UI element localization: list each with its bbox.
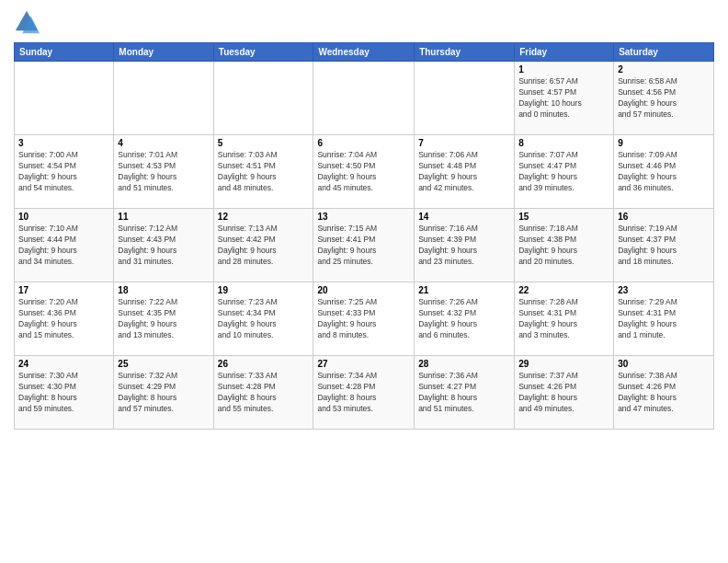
day-info: Sunrise: 7:15 AM Sunset: 4:41 PM Dayligh… [317, 224, 410, 268]
day-number: 16 [618, 212, 710, 222]
calendar: SundayMondayTuesdayWednesdayThursdayFrid… [14, 42, 714, 430]
week-row-5: 24Sunrise: 7:30 AM Sunset: 4:30 PM Dayli… [15, 356, 714, 430]
day-info: Sunrise: 7:06 AM Sunset: 4:48 PM Dayligh… [418, 150, 510, 194]
day-info: Sunrise: 7:20 AM Sunset: 4:36 PM Dayligh… [18, 297, 109, 341]
day-cell: 24Sunrise: 7:30 AM Sunset: 4:30 PM Dayli… [15, 356, 114, 430]
day-info: Sunrise: 7:16 AM Sunset: 4:39 PM Dayligh… [418, 224, 510, 268]
day-number: 30 [618, 359, 710, 369]
day-number: 25 [118, 359, 209, 369]
weekday-header-monday: Monday [114, 43, 213, 62]
day-number: 13 [317, 212, 410, 222]
page: SundayMondayTuesdayWednesdayThursdayFrid… [0, 0, 728, 563]
day-number: 10 [18, 212, 109, 222]
day-number: 2 [618, 64, 710, 75]
weekday-header-sunday: Sunday [15, 43, 114, 62]
day-number: 11 [118, 212, 209, 222]
logo [14, 9, 43, 35]
day-cell [415, 62, 515, 135]
day-info: Sunrise: 7:25 AM Sunset: 4:33 PM Dayligh… [317, 297, 410, 341]
day-cell: 21Sunrise: 7:26 AM Sunset: 4:32 PM Dayli… [415, 282, 515, 356]
day-info: Sunrise: 7:12 AM Sunset: 4:43 PM Dayligh… [118, 224, 209, 268]
day-cell: 9Sunrise: 7:09 AM Sunset: 4:46 PM Daylig… [614, 135, 714, 209]
day-number: 6 [317, 138, 410, 148]
day-number: 19 [218, 285, 310, 295]
day-cell: 14Sunrise: 7:16 AM Sunset: 4:39 PM Dayli… [415, 209, 515, 282]
day-info: Sunrise: 7:04 AM Sunset: 4:50 PM Dayligh… [317, 150, 410, 194]
week-row-4: 17Sunrise: 7:20 AM Sunset: 4:36 PM Dayli… [15, 282, 714, 356]
day-number: 12 [218, 212, 310, 222]
day-cell [114, 62, 213, 135]
day-cell: 28Sunrise: 7:36 AM Sunset: 4:27 PM Dayli… [415, 356, 515, 430]
day-info: Sunrise: 7:22 AM Sunset: 4:35 PM Dayligh… [118, 297, 209, 341]
day-cell: 7Sunrise: 7:06 AM Sunset: 4:48 PM Daylig… [415, 135, 515, 209]
day-number: 18 [118, 285, 209, 295]
day-cell: 3Sunrise: 7:00 AM Sunset: 4:54 PM Daylig… [15, 135, 114, 209]
day-info: Sunrise: 7:33 AM Sunset: 4:28 PM Dayligh… [218, 371, 310, 415]
weekday-header-thursday: Thursday [415, 43, 515, 62]
week-row-3: 10Sunrise: 7:10 AM Sunset: 4:44 PM Dayli… [15, 209, 714, 282]
day-cell: 30Sunrise: 7:38 AM Sunset: 4:26 PM Dayli… [614, 356, 714, 430]
day-cell: 29Sunrise: 7:37 AM Sunset: 4:26 PM Dayli… [515, 356, 614, 430]
day-info: Sunrise: 7:32 AM Sunset: 4:29 PM Dayligh… [118, 371, 209, 415]
day-number: 1 [518, 64, 609, 75]
day-cell: 15Sunrise: 7:18 AM Sunset: 4:38 PM Dayli… [515, 209, 614, 282]
day-cell: 16Sunrise: 7:19 AM Sunset: 4:37 PM Dayli… [614, 209, 714, 282]
day-cell: 23Sunrise: 7:29 AM Sunset: 4:31 PM Dayli… [614, 282, 714, 356]
day-info: Sunrise: 7:29 AM Sunset: 4:31 PM Dayligh… [618, 297, 710, 341]
day-number: 17 [18, 285, 109, 295]
logo-icon [14, 9, 40, 35]
day-info: Sunrise: 6:57 AM Sunset: 4:57 PM Dayligh… [518, 76, 609, 121]
day-number: 29 [518, 359, 609, 369]
day-number: 22 [518, 285, 609, 295]
day-info: Sunrise: 7:37 AM Sunset: 4:26 PM Dayligh… [518, 371, 609, 415]
day-info: Sunrise: 7:36 AM Sunset: 4:27 PM Dayligh… [418, 371, 510, 415]
day-number: 15 [518, 212, 609, 222]
day-number: 23 [618, 285, 710, 295]
day-number: 5 [218, 138, 310, 148]
day-cell: 5Sunrise: 7:03 AM Sunset: 4:51 PM Daylig… [213, 135, 313, 209]
week-row-2: 3Sunrise: 7:00 AM Sunset: 4:54 PM Daylig… [15, 135, 714, 209]
day-number: 26 [218, 359, 310, 369]
week-row-1: 1Sunrise: 6:57 AM Sunset: 4:57 PM Daylig… [15, 62, 714, 135]
day-number: 20 [317, 285, 410, 295]
day-cell: 22Sunrise: 7:28 AM Sunset: 4:31 PM Dayli… [515, 282, 614, 356]
day-cell: 6Sunrise: 7:04 AM Sunset: 4:50 PM Daylig… [313, 135, 415, 209]
day-info: Sunrise: 7:30 AM Sunset: 4:30 PM Dayligh… [18, 371, 109, 415]
day-info: Sunrise: 7:26 AM Sunset: 4:32 PM Dayligh… [418, 297, 510, 341]
day-cell: 19Sunrise: 7:23 AM Sunset: 4:34 PM Dayli… [213, 282, 313, 356]
day-info: Sunrise: 7:00 AM Sunset: 4:54 PM Dayligh… [18, 150, 109, 194]
day-cell: 4Sunrise: 7:01 AM Sunset: 4:53 PM Daylig… [114, 135, 213, 209]
day-info: Sunrise: 7:01 AM Sunset: 4:53 PM Dayligh… [118, 150, 209, 194]
day-info: Sunrise: 7:10 AM Sunset: 4:44 PM Dayligh… [18, 224, 109, 268]
day-number: 9 [618, 138, 710, 148]
day-number: 7 [418, 138, 510, 148]
day-info: Sunrise: 7:19 AM Sunset: 4:37 PM Dayligh… [618, 224, 710, 268]
day-cell [313, 62, 415, 135]
day-number: 3 [18, 138, 109, 148]
weekday-header-tuesday: Tuesday [213, 43, 313, 62]
day-cell: 17Sunrise: 7:20 AM Sunset: 4:36 PM Dayli… [15, 282, 114, 356]
day-cell: 18Sunrise: 7:22 AM Sunset: 4:35 PM Dayli… [114, 282, 213, 356]
day-info: Sunrise: 7:18 AM Sunset: 4:38 PM Dayligh… [518, 224, 609, 268]
day-info: Sunrise: 7:38 AM Sunset: 4:26 PM Dayligh… [618, 371, 710, 415]
day-info: Sunrise: 7:03 AM Sunset: 4:51 PM Dayligh… [218, 150, 310, 194]
day-number: 14 [418, 212, 510, 222]
day-cell: 10Sunrise: 7:10 AM Sunset: 4:44 PM Dayli… [15, 209, 114, 282]
day-info: Sunrise: 7:09 AM Sunset: 4:46 PM Dayligh… [618, 150, 710, 194]
weekday-header-saturday: Saturday [614, 43, 714, 62]
day-info: Sunrise: 7:13 AM Sunset: 4:42 PM Dayligh… [218, 224, 310, 268]
day-cell: 2Sunrise: 6:58 AM Sunset: 4:56 PM Daylig… [614, 62, 714, 135]
day-cell [15, 62, 114, 135]
day-cell: 27Sunrise: 7:34 AM Sunset: 4:28 PM Dayli… [313, 356, 415, 430]
day-cell: 13Sunrise: 7:15 AM Sunset: 4:41 PM Dayli… [313, 209, 415, 282]
day-cell: 8Sunrise: 7:07 AM Sunset: 4:47 PM Daylig… [515, 135, 614, 209]
day-info: Sunrise: 6:58 AM Sunset: 4:56 PM Dayligh… [618, 76, 710, 121]
day-cell [213, 62, 313, 135]
header [14, 9, 714, 35]
day-number: 21 [418, 285, 510, 295]
day-number: 8 [518, 138, 609, 148]
day-number: 28 [418, 359, 510, 369]
weekday-header-wednesday: Wednesday [313, 43, 415, 62]
weekday-header-row: SundayMondayTuesdayWednesdayThursdayFrid… [15, 43, 714, 62]
day-number: 27 [317, 359, 410, 369]
